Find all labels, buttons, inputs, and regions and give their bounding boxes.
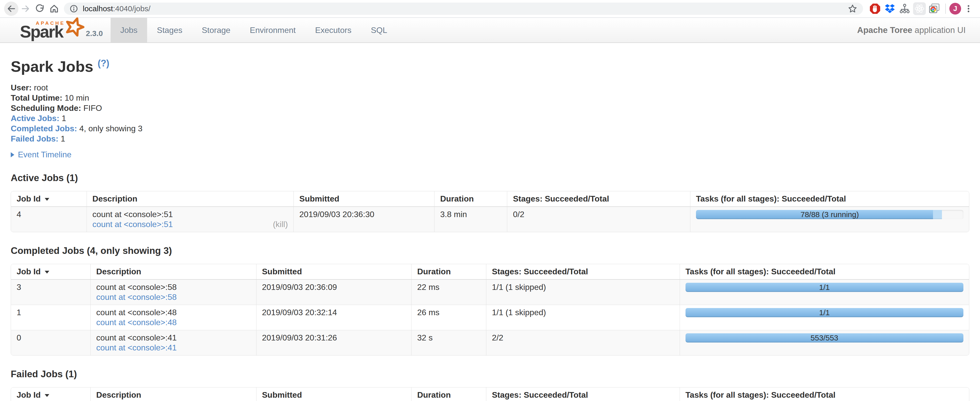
sitemap-icon bbox=[899, 3, 910, 14]
screen: localhost:4040/jobs/ bbox=[0, 0, 980, 401]
failed-jobs-section: Failed Jobs (1) Job Id Description Submi… bbox=[11, 369, 969, 401]
column-header-duration[interactable]: Duration bbox=[412, 264, 486, 279]
column-header-stages[interactable]: Stages: Succeeded/Total bbox=[486, 264, 679, 279]
tab-sql[interactable]: SQL bbox=[361, 18, 397, 42]
application-title: Apache Toree application UI bbox=[857, 18, 980, 42]
address-bar[interactable]: localhost:4040/jobs/ bbox=[64, 3, 863, 15]
url-text: localhost:4040/jobs/ bbox=[83, 4, 848, 13]
profile-avatar[interactable]: J bbox=[949, 3, 961, 14]
column-header-description[interactable]: Description bbox=[91, 264, 256, 279]
event-timeline-toggle[interactable]: Event Timeline bbox=[11, 150, 969, 159]
job-row: 1count at <console>:48count at <console>… bbox=[11, 305, 969, 330]
browser-home-button[interactable] bbox=[47, 2, 61, 16]
task-progress-bar: 553/553 bbox=[686, 333, 963, 342]
tasks-cell: 1/1 bbox=[679, 305, 969, 330]
bookmark-star-icon[interactable] bbox=[848, 4, 858, 14]
completed-jobs-table: Job Id Description Submitted Duration St… bbox=[11, 264, 969, 355]
submitted-cell: 2019/09/03 20:36:30 bbox=[294, 207, 434, 232]
column-header-tasks[interactable]: Tasks (for all stages): Succeeded/Total bbox=[679, 264, 969, 279]
active-jobs-table: Job Id Description Submitted Duration St… bbox=[11, 191, 969, 232]
browser-refresh-button[interactable] bbox=[33, 2, 47, 16]
spark-logo: APACHE Spark bbox=[20, 19, 81, 40]
column-header-submitted[interactable]: Submitted bbox=[256, 264, 412, 279]
spark-star-icon bbox=[63, 16, 85, 38]
task-progress-label: 78/88 (3 running) bbox=[696, 210, 963, 219]
sort-caret-icon bbox=[45, 271, 49, 274]
browser-back-button[interactable] bbox=[4, 2, 18, 16]
spark-version: 2.3.0 bbox=[86, 29, 103, 40]
completed-jobs-link[interactable]: Completed Jobs: bbox=[11, 124, 77, 133]
duration-cell: 26 ms bbox=[412, 305, 486, 330]
page-content: Spark Jobs (?) User: root Total Uptime: … bbox=[0, 58, 980, 401]
column-header-submitted[interactable]: Submitted bbox=[256, 387, 412, 401]
dropbox-extension-button[interactable] bbox=[883, 1, 897, 16]
active-jobs-section: Active Jobs (1) Job Id Description Submi… bbox=[11, 173, 969, 232]
sort-caret-icon bbox=[45, 394, 49, 397]
tab-stages[interactable]: Stages bbox=[147, 18, 192, 42]
job-detail-link[interactable]: count at <console>:58 bbox=[96, 292, 177, 302]
stages-cell: 0/2 bbox=[507, 207, 690, 232]
column-header-tasks[interactable]: Tasks (for all stages): Succeeded/Total bbox=[679, 387, 969, 401]
job-id-cell: 1 bbox=[11, 305, 91, 330]
page-info-icon[interactable] bbox=[70, 4, 78, 13]
summary-uptime: Total Uptime: 10 min bbox=[11, 93, 969, 103]
react-devtools-extension-button[interactable] bbox=[912, 1, 927, 16]
column-header-duration[interactable]: Duration bbox=[412, 387, 486, 401]
browser-menu-button[interactable] bbox=[961, 1, 976, 16]
tasks-cell: 78/88 (3 running) bbox=[690, 207, 969, 232]
nav-tabs: Jobs Stages Storage Environment Executor… bbox=[111, 18, 397, 42]
task-progress-bar: 1/1 bbox=[686, 283, 963, 292]
refresh-icon bbox=[35, 4, 45, 14]
dropbox-icon bbox=[884, 3, 896, 14]
job-detail-link[interactable]: count at <console>:48 bbox=[96, 317, 177, 328]
column-header-stages[interactable]: Stages: Succeeded/Total bbox=[486, 387, 679, 401]
column-header-tasks[interactable]: Tasks (for all stages): Succeeded/Total bbox=[690, 191, 969, 207]
active-jobs-link[interactable]: Active Jobs: bbox=[11, 114, 59, 123]
summary-active-jobs: Active Jobs: 1 bbox=[11, 113, 969, 123]
stages-cell: 1/1 (1 skipped) bbox=[486, 279, 679, 305]
help-link[interactable]: (?) bbox=[97, 58, 109, 68]
submitted-cell: 2019/09/03 20:36:09 bbox=[256, 279, 412, 305]
task-progress-label: 553/553 bbox=[686, 333, 963, 342]
sitemap-extension-button[interactable] bbox=[897, 1, 912, 16]
task-progress-label: 1/1 bbox=[686, 283, 963, 292]
column-header-description[interactable]: Description bbox=[87, 191, 293, 207]
column-header-job-id[interactable]: Job Id bbox=[11, 191, 87, 207]
table-header-row: Job Id Description Submitted Duration St… bbox=[11, 264, 969, 279]
summary-completed-jobs: Completed Jobs: 4, only showing 3 bbox=[11, 123, 969, 134]
job-row: 0count at <console>:41count at <console>… bbox=[11, 330, 969, 356]
back-arrow-icon bbox=[6, 4, 16, 14]
column-header-stages[interactable]: Stages: Succeeded/Total bbox=[507, 191, 690, 207]
task-progress-label: 1/1 bbox=[686, 308, 963, 317]
column-header-submitted[interactable]: Submitted bbox=[294, 191, 434, 207]
tasks-cell: 553/553 bbox=[679, 330, 969, 356]
tab-storage[interactable]: Storage bbox=[192, 18, 240, 42]
screen-capture-icon bbox=[928, 3, 940, 14]
forward-arrow-icon bbox=[21, 4, 30, 14]
tab-executors[interactable]: Executors bbox=[305, 18, 361, 42]
job-description-cell: count at <console>:48count at <console>:… bbox=[91, 305, 256, 330]
job-description-text: count at <console>:41 bbox=[96, 333, 251, 343]
summary-failed-jobs: Failed Jobs: 1 bbox=[11, 134, 969, 144]
job-row: 3count at <console>:58count at <console>… bbox=[11, 279, 969, 305]
column-header-duration[interactable]: Duration bbox=[434, 191, 507, 207]
column-header-job-id[interactable]: Job Id bbox=[11, 387, 91, 401]
table-header-row: Job Id Description Submitted Duration St… bbox=[11, 387, 969, 401]
browser-forward-button[interactable] bbox=[18, 2, 33, 16]
job-detail-link[interactable]: count at <console>:51 bbox=[92, 220, 173, 229]
failed-jobs-heading: Failed Jobs (1) bbox=[11, 369, 969, 380]
spark-brand-logo[interactable]: APACHE Spark 2.3.0 bbox=[0, 18, 111, 42]
tab-jobs[interactable]: Jobs bbox=[111, 18, 147, 42]
kill-job-link[interactable]: (kill) bbox=[273, 220, 288, 229]
screen-capture-extension-button[interactable] bbox=[927, 1, 942, 16]
column-header-description[interactable]: Description bbox=[91, 387, 256, 401]
adblock-extension-button[interactable] bbox=[868, 1, 883, 16]
job-detail-link[interactable]: count at <console>:41 bbox=[96, 343, 177, 353]
duration-cell: 3.8 min bbox=[434, 207, 507, 232]
expand-arrow-icon bbox=[11, 152, 14, 158]
column-header-job-id[interactable]: Job Id bbox=[11, 264, 91, 279]
kebab-menu-icon bbox=[964, 4, 973, 13]
tab-environment[interactable]: Environment bbox=[240, 18, 305, 42]
failed-jobs-link[interactable]: Failed Jobs: bbox=[11, 134, 59, 143]
job-description-text: count at <console>:48 bbox=[96, 307, 251, 317]
